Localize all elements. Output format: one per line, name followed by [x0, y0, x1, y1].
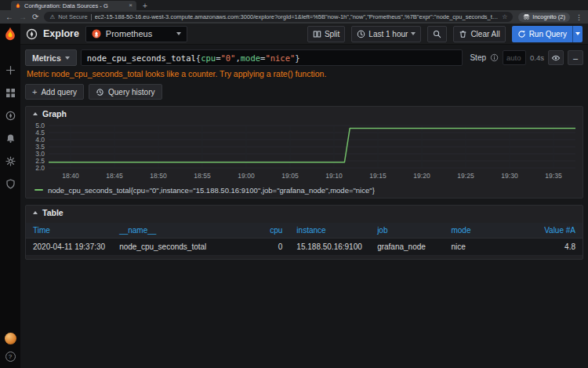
incognito-icon	[523, 13, 530, 20]
table-cell: 2020-04-11 19:37:30	[26, 239, 112, 256]
url-text[interactable]: ec2-15-188-50-16.eu-west-3.compute.amazo…	[95, 13, 499, 20]
explore-content: Metrics node_cpu_seconds_total{cpu="0",m…	[20, 45, 588, 368]
query-expression-input[interactable]: node_cpu_seconds_total{cpu="0",mode="nic…	[81, 49, 463, 66]
dashboards-icon[interactable]	[5, 88, 16, 98]
collapse-icon	[33, 112, 38, 115]
x-axis-tick-label: 18:40	[62, 172, 79, 180]
refresh-icon	[517, 30, 526, 38]
main-area: Explore Prometheus Split	[20, 24, 588, 368]
browser-menu-icon[interactable]: ⋮	[575, 13, 583, 21]
table-head: Time__name__cpuinstancejobmodeValue #A	[26, 223, 583, 239]
user-avatar[interactable]	[5, 333, 16, 344]
query-token: "nice"	[265, 53, 295, 63]
info-icon[interactable]	[490, 53, 499, 62]
help-icon[interactable]: ?	[5, 352, 16, 362]
create-icon[interactable]	[5, 65, 16, 75]
grafana-logo[interactable]	[2, 26, 18, 42]
new-tab-button[interactable]: +	[143, 2, 147, 10]
browser-chrome: Configuration: Data Sources - G × + ← → …	[0, 0, 588, 24]
table-panel-header[interactable]: Table	[26, 206, 583, 220]
table-cell: grafana_node	[370, 239, 444, 256]
disable-query-button[interactable]	[548, 50, 564, 65]
table-cell: 4.8	[517, 239, 583, 256]
legend-series-label[interactable]: node_cpu_seconds_total{cpu="0",instance=…	[48, 186, 375, 195]
zoom-out-button[interactable]	[427, 26, 447, 42]
query-token: cpu	[201, 53, 216, 63]
forward-icon[interactable]: →	[19, 13, 27, 21]
table-row: 2020-04-11 19:37:30node_cpu_seconds_tota…	[26, 239, 583, 256]
table-header-cell[interactable]: mode	[444, 223, 517, 239]
remove-query-button[interactable]: –	[568, 50, 583, 65]
x-axis-tick-label: 19:15	[369, 172, 387, 180]
table-cell: 15.188.50.16:9100	[289, 239, 370, 256]
graph-panel-header[interactable]: Graph	[26, 107, 583, 121]
plus-icon: +	[32, 88, 37, 97]
table-header-cell[interactable]: job	[370, 223, 444, 239]
split-icon	[313, 30, 321, 38]
y-axis-tick-label: 3.5	[35, 143, 45, 151]
x-axis-tick-label: 19:00	[238, 172, 255, 180]
server-admin-shield-icon[interactable]	[5, 179, 16, 189]
query-history-button[interactable]: Query history	[89, 84, 162, 100]
x-axis-tick-label: 19:35	[545, 172, 562, 180]
x-axis-tick-label: 19:20	[413, 172, 430, 180]
run-query-button[interactable]: Run Query	[512, 26, 572, 42]
grid-lines	[49, 126, 575, 168]
counter-hint[interactable]: Metric node_cpu_seconds_total looks like…	[27, 69, 583, 78]
explore-compass-icon[interactable]	[5, 111, 16, 121]
reload-icon[interactable]: ⟳	[32, 13, 38, 21]
search-icon	[433, 30, 441, 38]
x-axis-tick-label: 19:30	[501, 172, 518, 180]
add-query-button[interactable]: + Add query	[25, 84, 84, 100]
results-table: Time__name__cpuinstancejobmodeValue #A 2…	[26, 223, 583, 256]
incognito-badge: Incognito (2)	[518, 13, 570, 22]
configuration-gear-icon[interactable]	[5, 156, 16, 166]
clear-all-button[interactable]: Clear All	[453, 26, 505, 42]
table-header-cell[interactable]: instance	[289, 223, 370, 239]
y-axis-tick-label: 2.5	[35, 157, 45, 165]
y-axis-tick-label: 5.0	[35, 122, 45, 129]
y-axis-tick-label: 2.0	[35, 164, 45, 172]
close-tab-icon[interactable]: ×	[129, 2, 132, 9]
minus-icon: –	[573, 53, 578, 63]
alerting-bell-icon[interactable]	[5, 133, 16, 144]
graph-panel: Graph 2.02.53.03.54.04.55.018:4018:4518:…	[25, 106, 583, 199]
not-secure-label: Not Secure	[58, 13, 88, 20]
table-header-cell[interactable]: Value #A	[517, 223, 583, 239]
browser-tab[interactable]: Configuration: Data Sources - G ×	[11, 1, 136, 10]
time-range-label: Last 1 hour	[368, 30, 408, 38]
table-cell: nice	[444, 239, 517, 256]
graph-body: 2.02.53.03.54.04.55.018:4018:4518:5018:5…	[26, 121, 583, 198]
time-range-picker[interactable]: Last 1 hour	[351, 26, 421, 42]
datasource-picker[interactable]: Prometheus	[85, 26, 187, 42]
run-query-caret[interactable]	[572, 26, 583, 42]
query-actions: + Add query Query history	[25, 84, 583, 100]
table-header-cell[interactable]: __name__	[112, 223, 263, 239]
back-icon[interactable]: ←	[5, 13, 13, 21]
metrics-dropdown-button[interactable]: Metrics	[25, 49, 77, 66]
run-query-split-button: Run Query	[512, 26, 583, 42]
x-axis-tick-label: 18:45	[106, 172, 123, 180]
query-exec-time: 0.4s	[530, 53, 544, 62]
clear-all-label: Clear All	[470, 30, 499, 38]
not-secure-warning-icon[interactable]: ⚠	[49, 13, 55, 20]
address-bar[interactable]: ⚠ Not Secure ec2-15-188-50-16.eu-west-3.…	[44, 12, 513, 22]
graph-legend: node_cpu_seconds_total{cpu="0",instance=…	[30, 184, 579, 196]
table-panel-title: Table	[42, 208, 64, 217]
step-input[interactable]	[503, 50, 526, 65]
x-axis-tick-label: 19:05	[281, 172, 299, 180]
split-button[interactable]: Split	[307, 26, 345, 42]
eye-icon	[551, 53, 561, 63]
bookmark-star-icon[interactable]: ☆	[502, 13, 507, 20]
table-header-cell[interactable]: Time	[26, 223, 112, 239]
query-token: "0"	[220, 53, 235, 63]
explore-navbar: Explore Prometheus Split	[20, 24, 588, 45]
datasource-name: Prometheus	[106, 29, 172, 38]
grafana-sidebar: ?	[0, 24, 20, 368]
metrics-label: Metrics	[32, 53, 61, 63]
app: ? Explore Prometheus	[0, 24, 588, 368]
query-row: Metrics node_cpu_seconds_total{cpu="0",m…	[25, 49, 583, 67]
x-axis-tick-label: 18:55	[194, 172, 211, 180]
table-header-cell[interactable]: cpu	[263, 223, 289, 239]
graph-canvas[interactable]: 2.02.53.03.54.04.55.018:4018:4518:5018:5…	[30, 121, 579, 184]
